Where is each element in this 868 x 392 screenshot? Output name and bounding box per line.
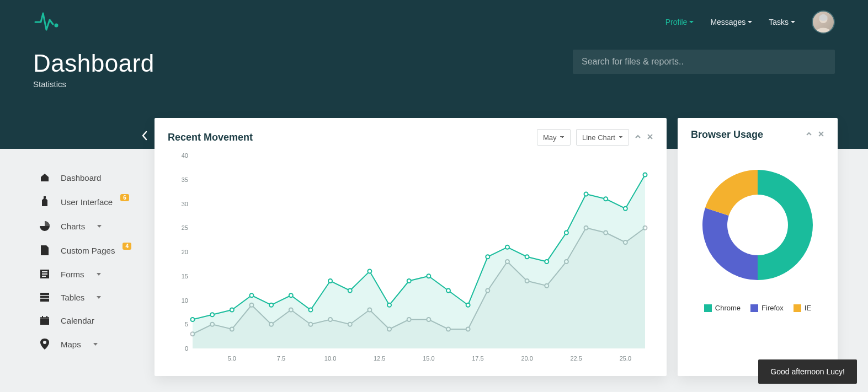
custom-pages-icon (39, 245, 51, 256)
sidebar-item-user-interface[interactable]: User Interface6 (0, 190, 155, 214)
badge: 4 (123, 243, 131, 250)
svg-rect-11 (40, 317, 49, 319)
chevron-down-icon (689, 21, 694, 23)
sidebar-item-dashboard[interactable]: Dashboard (0, 165, 155, 190)
svg-point-63 (308, 308, 312, 312)
svg-text:20.0: 20.0 (521, 355, 532, 362)
svg-rect-5 (42, 273, 47, 275)
legend-item: Chrome (704, 304, 741, 312)
svg-text:10.0: 10.0 (324, 355, 336, 362)
sidebar-item-forms[interactable]: Forms (0, 262, 155, 286)
legend-item: IE (794, 304, 811, 312)
nav-tasks[interactable]: Tasks (769, 18, 795, 26)
svg-point-72 (486, 255, 489, 259)
svg-point-68 (407, 279, 411, 283)
avatar[interactable] (812, 10, 835, 34)
logo-icon[interactable] (33, 10, 63, 34)
svg-point-69 (427, 274, 430, 278)
maps-icon (39, 339, 51, 350)
chevron-down-icon (791, 21, 795, 23)
top-nav: Profile Messages Tasks (665, 10, 835, 34)
month-select[interactable]: May (537, 129, 571, 146)
svg-point-64 (328, 279, 332, 283)
svg-point-80 (643, 173, 647, 177)
calendar-icon (39, 315, 51, 325)
svg-text:12.5: 12.5 (374, 355, 385, 362)
nav-messages[interactable]: Messages (710, 18, 752, 26)
svg-text:35: 35 (182, 176, 188, 183)
sidebar-item-maps[interactable]: Maps (0, 332, 155, 356)
sidebar-item-label: User Interface (61, 197, 113, 207)
svg-point-14 (43, 341, 46, 344)
svg-text:17.5: 17.5 (472, 355, 483, 362)
svg-text:40: 40 (182, 152, 188, 159)
forms-icon (39, 269, 51, 279)
search-input[interactable] (573, 50, 835, 74)
chevron-down-icon (97, 296, 101, 299)
chevron-down-icon (97, 225, 102, 228)
svg-rect-4 (42, 271, 47, 272)
svg-point-61 (269, 303, 273, 307)
sidebar: DashboardUser Interface6ChartsCustom Pag… (0, 149, 155, 356)
svg-rect-7 (40, 293, 49, 302)
nav-profile[interactable]: Profile (665, 18, 694, 26)
svg-rect-6 (42, 276, 46, 277)
svg-text:25.0: 25.0 (620, 355, 631, 362)
svg-point-66 (368, 270, 371, 273)
donut-legend: ChromeFirefoxIE (704, 304, 811, 312)
chevron-up-icon[interactable] (806, 131, 812, 139)
svg-point-60 (249, 293, 253, 297)
svg-point-57 (191, 318, 195, 321)
svg-point-78 (604, 197, 608, 201)
svg-point-67 (387, 303, 391, 307)
svg-text:5: 5 (185, 321, 188, 327)
svg-point-77 (584, 192, 588, 196)
sidebar-item-tables[interactable]: Tables (0, 286, 155, 309)
svg-point-0 (55, 24, 58, 28)
svg-point-73 (505, 245, 509, 249)
sidebar-item-charts[interactable]: Charts (0, 214, 155, 238)
chevron-down-icon (748, 21, 752, 23)
svg-text:5.0: 5.0 (228, 355, 236, 362)
card-title: Recent Movement (168, 132, 253, 143)
line-chart: 05101520253035405.07.510.012.515.017.520… (168, 150, 653, 365)
page-title: Dashboard (33, 50, 155, 77)
sidebar-item-label: Tables (61, 293, 84, 302)
sidebar-collapse-button[interactable] (141, 130, 148, 144)
svg-text:25: 25 (182, 224, 188, 231)
svg-text:30: 30 (182, 201, 188, 207)
chevron-down-icon (93, 343, 98, 346)
donut-chart (700, 167, 816, 283)
page-subtitle: Statistics (33, 79, 155, 89)
tables-icon (39, 292, 51, 302)
sidebar-item-custom-pages[interactable]: Custom Pages4 (0, 238, 155, 262)
sidebar-item-label: Dashboard (61, 173, 101, 182)
sidebar-item-calendar[interactable]: Calendar (0, 309, 155, 332)
charts-icon (39, 221, 51, 232)
badge: 6 (120, 194, 129, 201)
browser-usage-card: Browser Usage ChromeFirefoxIE (678, 118, 838, 376)
svg-point-76 (565, 231, 568, 235)
svg-text:15: 15 (182, 273, 188, 280)
sidebar-item-label: Custom Pages (61, 246, 115, 255)
svg-point-71 (466, 303, 470, 307)
chevron-down-icon (97, 273, 101, 276)
close-icon[interactable] (818, 131, 824, 139)
svg-text:20: 20 (182, 249, 188, 255)
dashboard-icon (39, 172, 51, 183)
svg-point-62 (289, 293, 293, 297)
svg-point-59 (230, 308, 234, 312)
chevron-up-icon[interactable] (635, 133, 641, 142)
svg-point-79 (624, 207, 627, 211)
svg-text:22.5: 22.5 (571, 355, 582, 362)
card-title: Browser Usage (691, 129, 763, 141)
user-interface-icon (39, 196, 51, 207)
svg-rect-13 (46, 316, 47, 318)
svg-point-65 (348, 289, 352, 293)
close-icon[interactable] (647, 133, 653, 142)
svg-point-58 (210, 313, 214, 316)
charttype-select[interactable]: Line Chart (576, 129, 629, 146)
svg-point-70 (446, 289, 450, 293)
svg-text:7.5: 7.5 (277, 355, 285, 362)
legend-item: Firefox (750, 304, 784, 312)
